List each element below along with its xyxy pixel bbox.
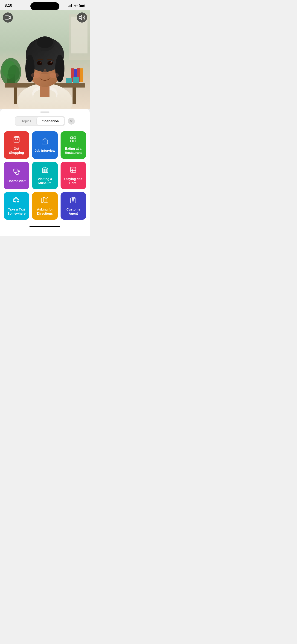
tab-container: Topics Scenarios ✕ <box>4 116 86 126</box>
avatar-svg <box>0 10 90 109</box>
audio-icon <box>78 14 86 21</box>
tab-group: Topics Scenarios <box>15 116 65 126</box>
battery-icon <box>79 4 85 7</box>
svg-rect-53 <box>71 140 73 142</box>
status-bar: 8:10 <box>0 0 90 10</box>
svg-marker-65 <box>42 198 48 203</box>
close-button[interactable]: ✕ <box>68 118 75 124</box>
svg-rect-48 <box>42 140 48 144</box>
svg-rect-30 <box>40 86 50 97</box>
scenario-icon-out-shopping <box>13 136 20 144</box>
svg-rect-14 <box>14 88 17 104</box>
svg-rect-20 <box>66 78 72 84</box>
svg-point-54 <box>18 171 19 172</box>
scenario-icon-asking-directions <box>42 197 48 205</box>
scenario-card-asking-directions[interactable]: Asking for Directions <box>32 192 58 220</box>
scenario-card-job-interview[interactable]: Job Interview <box>32 131 58 159</box>
svg-rect-45 <box>5 16 9 19</box>
avatar-controls <box>0 12 90 22</box>
notch <box>30 2 60 10</box>
svg-rect-58 <box>42 172 48 173</box>
wifi-icon <box>74 4 78 7</box>
tab-topics[interactable]: Topics <box>16 117 37 125</box>
svg-point-43 <box>31 72 40 78</box>
scenario-card-take-taxi[interactable]: Take a Taxi Somewhere <box>4 192 29 220</box>
scenario-label-out-shopping: Out Shopping <box>6 147 27 155</box>
scenario-card-customs-agent[interactable]: Customs Agent <box>60 192 86 220</box>
signal-icon <box>68 4 72 7</box>
scenario-label-take-taxi: Take a Taxi Somewhere <box>6 208 27 216</box>
video-icon <box>4 14 11 21</box>
scenario-label-doctor-visit: Doctor Visit <box>8 179 26 183</box>
svg-marker-46 <box>79 16 82 20</box>
svg-rect-57 <box>46 169 47 172</box>
scenario-card-staying-hotel[interactable]: Staying at a Hotel <box>60 162 86 189</box>
svg-rect-0 <box>68 6 69 7</box>
svg-point-37 <box>37 61 42 65</box>
svg-rect-15 <box>72 88 76 104</box>
svg-point-41 <box>40 62 42 62</box>
svg-rect-3 <box>71 4 72 7</box>
tab-scenarios[interactable]: Scenarios <box>36 117 64 125</box>
svg-point-42 <box>51 62 52 62</box>
status-time: 8:10 <box>4 3 12 8</box>
audio-button[interactable] <box>77 12 87 22</box>
svg-rect-19 <box>80 68 83 82</box>
svg-point-63 <box>14 201 16 202</box>
scenario-label-job-interview: Job Interview <box>34 149 55 153</box>
svg-point-38 <box>48 61 53 65</box>
svg-rect-2 <box>70 5 71 7</box>
scenario-card-out-shopping[interactable]: Out Shopping <box>4 131 29 159</box>
avatar-area <box>0 10 90 109</box>
scenario-card-visiting-museum[interactable]: Visiting a Museum <box>32 162 58 189</box>
svg-point-12 <box>8 65 20 81</box>
svg-rect-55 <box>42 169 43 172</box>
status-icons <box>68 4 85 7</box>
scenario-card-eating-restaurant[interactable]: Eating at a Restaurant <box>60 131 86 159</box>
scenario-icon-visiting-museum <box>42 166 48 175</box>
svg-rect-52 <box>74 140 76 142</box>
svg-point-35 <box>25 54 34 82</box>
scenario-icon-staying-hotel <box>70 166 77 175</box>
svg-point-44 <box>50 72 59 78</box>
scenario-icon-take-taxi <box>13 197 20 205</box>
scenario-icon-eating-restaurant <box>70 136 77 144</box>
scenario-label-asking-directions: Asking for Directions <box>34 208 55 216</box>
scenario-label-visiting-museum: Visiting a Museum <box>34 177 55 185</box>
svg-point-34 <box>37 36 53 48</box>
sheet-handle <box>40 112 50 113</box>
scenario-label-staying-hotel: Staying at a Hotel <box>63 177 84 185</box>
video-button[interactable] <box>3 12 13 22</box>
scenario-icon-customs-agent <box>70 197 77 205</box>
svg-rect-1 <box>69 6 70 7</box>
svg-rect-50 <box>71 137 73 139</box>
svg-rect-5 <box>80 4 84 7</box>
svg-point-36 <box>55 54 64 82</box>
scenario-card-doctor-visit[interactable]: Doctor Visit <box>4 162 29 189</box>
scenario-label-customs-agent: Customs Agent <box>63 208 84 216</box>
scenarios-grid: Out ShoppingJob InterviewEating at a Res… <box>4 131 86 224</box>
bottom-sheet: Topics Scenarios ✕ Out ShoppingJob Inter… <box>0 109 90 236</box>
svg-rect-21 <box>73 77 79 84</box>
scenario-label-eating-restaurant: Eating at a Restaurant <box>63 147 84 155</box>
scenario-icon-doctor-visit <box>13 168 20 177</box>
home-indicator <box>30 226 60 227</box>
svg-rect-51 <box>74 137 76 139</box>
svg-rect-56 <box>45 169 45 172</box>
scenario-icon-job-interview <box>42 138 48 146</box>
svg-rect-59 <box>71 167 76 172</box>
